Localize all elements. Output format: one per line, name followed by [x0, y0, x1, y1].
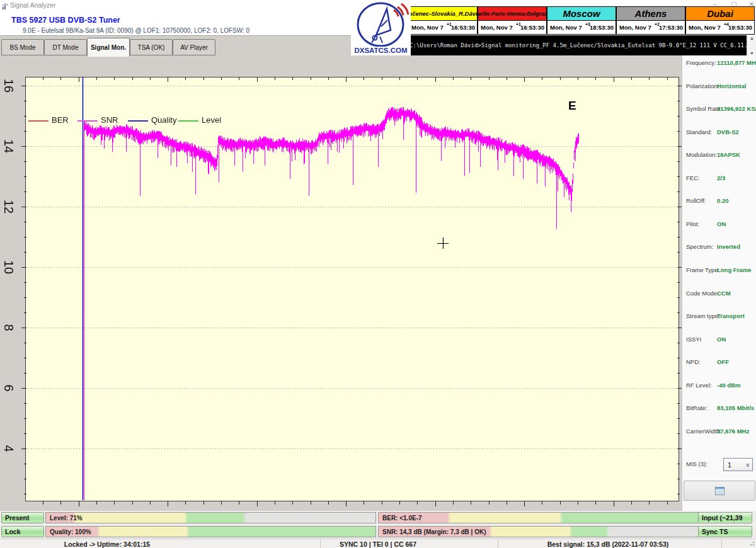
quality-bar-text: Quality: 100%: [50, 528, 91, 535]
satellite-dish-icon: [351, 1, 411, 47]
param-label: Modulation:: [686, 151, 717, 158]
snr-bar-text: SNR: 14,3 dB (Margin: 7,3 dB | OK): [382, 528, 486, 535]
scroll-up-icon[interactable]: ▲: [747, 36, 756, 40]
window-list-icon: [715, 487, 724, 495]
legend-label-ber: BER: [52, 115, 69, 125]
clock-date: Mon, Nov 7: [550, 24, 582, 31]
param-label: RollOff:: [686, 197, 706, 204]
tab-tsa-ok-[interactable]: TSA (OK): [130, 39, 173, 55]
clock-time-value: 19:53:30: [728, 24, 752, 31]
clock-time: Mon, Nov 7+217:53:30: [616, 20, 685, 35]
clock-city: Lučenec-Slovakia_R.Dávid: [408, 6, 478, 21]
clock-time-value: 17:53:30: [659, 24, 683, 31]
param-value: ON: [717, 220, 726, 227]
level-bar: Level: 71%: [45, 512, 376, 523]
y-axis-label: 4: [1, 440, 17, 457]
y-axis-label: 14: [1, 138, 17, 154]
console-bar[interactable]: C:\Users\Roman Dávid>Signal monitoring_P…: [406, 35, 747, 56]
tab-dt-mode[interactable]: DT Mode: [44, 39, 87, 55]
param-label: Frequency:: [686, 59, 716, 66]
tab-av-player[interactable]: AV Player: [173, 39, 215, 55]
param-value: Transport: [717, 312, 745, 319]
tab-bs-mode[interactable]: BS Mode: [1, 39, 44, 55]
clock-time: Mon, Nov 7+116:53:30: [408, 20, 478, 35]
ts-list-button[interactable]: [684, 481, 755, 501]
param-label: Polarization:: [686, 83, 719, 89]
scroll-down-icon[interactable]: ▼: [747, 51, 756, 55]
clock-date: Mon, Nov 7: [481, 24, 513, 31]
legend-label-snr: SNR: [101, 115, 118, 125]
mis-dropdown[interactable]: 1 ∨: [723, 458, 753, 471]
y-axis-label: 8: [1, 319, 17, 336]
clock-date: Mon, Nov 7: [689, 24, 721, 31]
clock-time: Mon, Nov 7+116:53:30: [478, 20, 547, 35]
param-label: Stream type:: [686, 312, 720, 319]
legend-line-quality: [128, 120, 148, 122]
legend-line-snr: [77, 120, 98, 122]
param-value: 2/3: [717, 174, 725, 181]
param-value: 16APSK: [717, 151, 740, 158]
best-signal-status: Best signal: 15,3 dB (2022-11-07 03:53): [547, 540, 669, 548]
param-value: 0.20: [717, 197, 729, 204]
param-label: Pilot:: [686, 220, 699, 227]
param-label: Spectrum:: [686, 243, 713, 250]
uptime-status: Locked -> Uptime: 34:01:15: [64, 540, 150, 548]
legend-line-ber: [28, 120, 49, 122]
param-label: Frame Type:: [686, 266, 719, 273]
parameters-panel: Frequency:12110,877 MHzPolarization:Hori…: [682, 55, 756, 511]
clock-city: Berlin-Paris-Vienna-Belgrade: [478, 6, 547, 21]
annotation-e: E: [568, 99, 576, 113]
param-value: Horizontal: [717, 83, 746, 89]
param-value: CCM: [717, 290, 731, 297]
clock-city: Athens: [616, 6, 685, 21]
status-bar: Locked -> Uptime: 34:01:15 SYNC 10 | TEI…: [0, 539, 756, 548]
param-label: FEC:: [686, 174, 700, 181]
statusbar-divider: [721, 540, 722, 548]
y-axis-label: 12: [1, 198, 17, 215]
param-label: ISSYI: [686, 336, 701, 343]
console-command-text: C:\Users\Roman Dávid>Signal monitoring_P…: [410, 42, 756, 49]
app-icon: [2, 1, 9, 13]
param-value: DVB-S2: [717, 128, 739, 135]
bottom-status-area: Present Lock Level: 71%Quality: 100%BER:…: [0, 511, 756, 539]
ber-bar: BER: <1.0E-7: [378, 512, 699, 523]
param-value: ON: [717, 336, 726, 343]
param-value: -40 dBm: [717, 382, 740, 389]
ber-bar-text: BER: <1.0E-7: [382, 515, 422, 522]
y-axis-label: 10: [1, 259, 17, 275]
y-axis-label: 6: [1, 380, 17, 396]
clock-time-value: 16:53:30: [520, 24, 544, 31]
tab-signal-mon-[interactable]: Signal Mon.: [87, 38, 130, 57]
window-title: Signal Analyzer: [10, 1, 55, 9]
logo-text: DXSATCS.COM: [351, 47, 411, 54]
clock-panel: MoscowMon, Nov 7+318:53:30: [547, 6, 616, 35]
snr-bar: SNR: 14,3 dB (Margin: 7,3 dB | OK): [378, 526, 699, 537]
tuner-name: TBS 5927 USB DVB-S2 Tuner: [11, 16, 120, 25]
mis-value: 1: [728, 461, 731, 469]
signal-analyzer-window: Signal Analyzer – ▢ ✕ TBS 5927 USB DVB-S…: [0, 0, 756, 548]
param-label: Code Mode:: [686, 290, 719, 297]
clock-time: Mon, Nov 7+318:53:30: [547, 20, 616, 35]
quality-bar: Quality: 100%: [45, 526, 376, 537]
clock-city: Moscow: [547, 6, 616, 21]
chevron-down-icon: ∨: [745, 459, 750, 471]
clock-time-value: 16:53:30: [451, 24, 475, 31]
resize-grip[interactable]: [748, 542, 754, 548]
param-value: 12110,877 MHz: [717, 59, 756, 66]
console-scrollbar[interactable]: ▲ ▼: [747, 35, 756, 56]
tuner-info: 9.0E - Eutelsat 9B/Ka-Sat 9A (ID: 0090) …: [23, 27, 249, 34]
present-indicator: Present: [1, 512, 44, 523]
clock-panel: AthensMon, Nov 7+217:53:30: [616, 6, 685, 35]
legend-label-quality: Quality: [151, 115, 176, 125]
sync-ts-indicator: Sync TS: [698, 526, 752, 537]
sync-status: SYNC 10 | TEI 0 | CC 667: [340, 540, 416, 548]
dxsatcs-logo: DXSATCS.COM: [351, 1, 411, 57]
param-value: 31396,922 KS/s: [717, 105, 756, 112]
clock-time-value: 18:53:30: [590, 24, 614, 31]
param-value: 83,105 Mbit/s: [717, 404, 754, 411]
clock-time: Mon, Nov 7+419:53:30: [685, 20, 755, 35]
clock-panel: Lučenec-Slovakia_R.DávidMon, Nov 7+116:5…: [408, 6, 478, 35]
clock-date: Mon, Nov 7: [619, 24, 651, 31]
signal-chart: BERSNRQualityLevel 16141210864 E: [0, 55, 682, 511]
legend-label-level: Level: [202, 115, 221, 125]
